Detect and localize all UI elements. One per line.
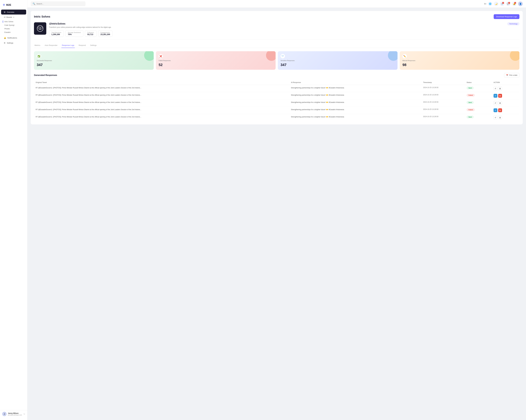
status-badge: Failed	[466, 94, 475, 97]
section-header: Generated Responses 📅 Pick a date	[34, 73, 519, 77]
ai-response-text: Strengthening partnerships for a brighte…	[291, 87, 344, 89]
stat-card-label: Failed Responses	[159, 60, 273, 61]
stats-row: ✅ Successful Responses 347 ❌ Failed Resp…	[34, 51, 519, 70]
settings-label: Settings	[7, 42, 13, 44]
ai-response-cell: Strengthening partnerships for a brighte…	[289, 92, 422, 100]
avatar-initial: J	[4, 413, 5, 415]
timestamp-text: 2024-10-25 13:26:50	[423, 116, 438, 118]
timestamp-cell: 2024-10-25 13:26:50	[422, 100, 465, 107]
search-box[interactable]: 🔍	[31, 1, 85, 6]
chat-icon-btn[interactable]: 💬 5	[506, 2, 510, 6]
sidebar-brand-item[interactable]: Code Synergi	[0, 23, 27, 27]
search-input[interactable]	[36, 3, 83, 5]
tab-settings[interactable]: Settings	[90, 43, 97, 48]
profile-description: Transform your online presence with cutt…	[49, 26, 505, 29]
download-response-logs-button[interactable]: Download Response Logs	[494, 14, 519, 19]
tab-metrics[interactable]: Metrics	[34, 43, 41, 48]
retry-button[interactable]: ↺	[494, 94, 497, 98]
tweet-cell: RT @EswatiniGovern1: [PHOTOS]: Prime Min…	[34, 85, 289, 92]
action-cell: ↺ 🗑	[492, 107, 520, 114]
stat-card-value: 52	[159, 63, 273, 67]
profile-info: @IntricSolves Transform your online pres…	[49, 22, 505, 37]
stat-card-label: Manual Responses	[403, 60, 517, 61]
chat-badge: 5	[508, 2, 510, 4]
stat-card-label: Sensitive Responses	[281, 60, 395, 61]
sidebar-user: J Jenny Wilson jenny@codehaper.com ↪	[0, 410, 27, 418]
sidebar-item-notifications[interactable]: 🔔 Notifications	[1, 35, 26, 40]
delete-button[interactable]: 🗑	[498, 101, 502, 105]
table-header-action: ACTION	[492, 80, 520, 85]
topbar: 🔍 En 🌐 🌙 🛒 6 💬 5 🔔 1 👤	[27, 0, 526, 8]
brand-logo-svg	[36, 24, 44, 33]
table-header-status: Status	[465, 80, 492, 85]
stat-card-icon: ✅	[37, 54, 41, 58]
table-header-ai-response: AI Response	[289, 80, 422, 85]
stat-card-value: 98	[403, 63, 517, 67]
tab-respond[interactable]: Respond	[78, 43, 86, 48]
date-picker-button[interactable]: 📅 Pick a date	[504, 73, 519, 77]
cart-icon-btn[interactable]: 🛒 6	[500, 2, 504, 6]
tweet-cell: RT @EswatiniGovern1: [PHOTOS]: Prime Min…	[34, 100, 289, 107]
notifications-label: Notifications	[7, 37, 17, 39]
globe-icon-btn[interactable]: 🌐	[488, 2, 492, 6]
profile-stats: Total Mentions: 1,290,289Average Sentime…	[49, 31, 505, 37]
table-head: Original TweetAI ResponseTimestampStatus…	[34, 80, 519, 85]
stat-label: Total Mentions:	[51, 32, 61, 33]
delete-button[interactable]: 🗑	[498, 108, 502, 112]
stat-value: 70%	[68, 33, 81, 35]
sidebar-item-settings[interactable]: ⚙ Settings	[1, 41, 26, 45]
ai-response-cell: Strengthening partnerships for a brighte…	[289, 100, 422, 107]
tab-response-logs[interactable]: Response Logs	[61, 43, 75, 48]
timestamp-text: 2024-10-25 13:26:50	[423, 108, 438, 110]
delete-button[interactable]: 🗑	[498, 116, 502, 119]
tab-auto-responder[interactable]: Auto Responder	[44, 43, 58, 48]
stat-card-icon: ✏️	[403, 54, 407, 58]
user-name: Jenny Wilson	[8, 412, 22, 414]
user-avatar-topbar[interactable]: 👤	[518, 1, 523, 6]
stat-label: Followers:	[87, 32, 94, 33]
timestamp-cell: 2024-10-25 13:26:50	[422, 85, 465, 92]
retry-button[interactable]: ↺	[494, 116, 497, 119]
sidebar-item-overview[interactable]: ⊞ Overview	[1, 10, 26, 14]
retry-button[interactable]: ↺	[494, 108, 497, 112]
status-cell: Failed	[465, 92, 492, 100]
app-name: M2E	[6, 4, 11, 6]
sidebar-brand-item[interactable]: Intric Solves	[0, 20, 27, 23]
tweet-text: RT @EswatiniGovern1: [PHOTOS]: Prime Min…	[36, 94, 141, 96]
action-cell: ↺ 🗑	[492, 85, 520, 92]
bell-badge: 1	[514, 2, 516, 4]
sidebar-brands-header[interactable]: 🏷 Brands ▾	[1, 15, 26, 20]
action-cell: ↺ 🗑	[492, 100, 520, 107]
language-selector[interactable]: En	[484, 3, 486, 5]
status-cell: Sent	[465, 85, 492, 92]
status-badge: Sent	[466, 116, 474, 118]
content-inner: Intric Solves Download Response Logs @In…	[31, 11, 523, 124]
moon-icon-btn[interactable]: 🌙	[494, 2, 498, 6]
brands-icon: 🏷	[4, 16, 6, 18]
tabs: MetricsAuto ResponderResponse LogsRespon…	[34, 43, 519, 48]
bell-icon-btn[interactable]: 🔔 1	[512, 2, 516, 6]
brand-items-list: Intric SolvesCode SynergiPhoeticEswatini	[0, 20, 27, 34]
sidebar-brand-item[interactable]: Eswatini	[0, 31, 27, 34]
logout-icon[interactable]: ↪	[23, 413, 25, 415]
delete-button[interactable]: 🗑	[498, 87, 502, 90]
calendar-icon: 📅	[506, 74, 508, 76]
timestamp-cell: 2024-10-25 13:26:50	[422, 107, 465, 114]
search-icon: 🔍	[33, 2, 35, 5]
sidebar-bottom: 🔔 Notifications ⚙ Settings	[0, 34, 27, 47]
retry-button[interactable]: ↺	[494, 87, 497, 90]
timestamp-text: 2024-10-25 13:26:50	[423, 87, 438, 89]
stat-card-value: 347	[281, 63, 395, 67]
avatar: J	[2, 412, 7, 416]
retry-button[interactable]: ↺	[494, 101, 497, 105]
sidebar-brand-item[interactable]: Phoetic	[0, 27, 27, 31]
stat-label: Average Sentiment:	[68, 32, 81, 33]
delete-button[interactable]: 🗑	[498, 94, 502, 98]
table-header-original-tweet: Original Tweet	[34, 80, 289, 85]
table-row: RT @EswatiniGovern1: [PHOTOS]: Prime Min…	[34, 100, 519, 107]
stat-label: Engagements	[101, 32, 110, 33]
ai-response-cell: Strengthening partnerships for a brighte…	[289, 107, 422, 114]
status-badge: Sent	[466, 101, 474, 104]
tweet-text: RT @EswatiniGovern1: [PHOTOS]: Prime Min…	[36, 87, 141, 89]
stat-card-icon: 🛡	[281, 54, 285, 58]
